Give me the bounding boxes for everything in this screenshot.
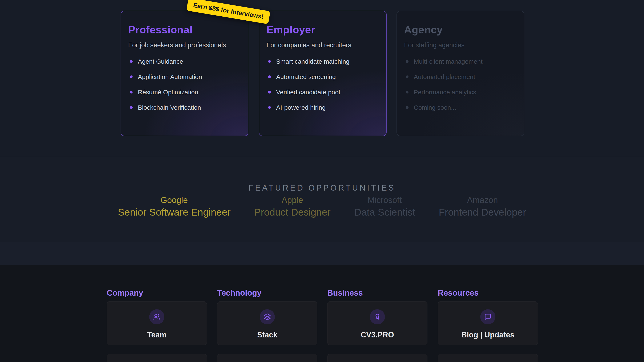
featured-jobs-carousel: Google Senior Software Engineer Apple Pr… [0,195,644,218]
footer-heading-resources: Resources [438,288,478,298]
footer-heading-company: Company [107,288,143,298]
footer-card-team[interactable]: Team [107,301,207,345]
plan-feature: Multi-client management [404,58,517,65]
plan-feature: Blockchain Verification [128,104,241,111]
plan-feature: AI-powered hiring [266,104,379,111]
footer-card-partial[interactable] [438,354,538,362]
job-item-apple[interactable]: Apple Product Designer [254,195,331,218]
job-company: Amazon [439,195,526,205]
users-icon [149,309,164,324]
footer-card-label: Team [107,331,207,339]
footer-card-label: Blog | Updates [438,331,538,339]
plan-feature-list: Agent Guidance Application Automation Ré… [128,58,241,111]
plan-feature: Performance analytics [404,89,517,95]
plan-title: Agency [404,24,517,36]
plan-feature-list: Multi-client management Automated placem… [404,58,517,111]
message-icon [480,309,496,324]
footer-card-partial[interactable] [327,354,428,362]
plan-feature: Agent Guidance [128,58,241,65]
plan-feature: Automated screening [266,74,379,80]
job-role: Product Designer [254,206,331,218]
job-company: Microsoft [354,195,415,205]
footer-section [0,265,644,362]
plan-card-employer[interactable]: Employer For companies and recruiters Sm… [259,11,386,136]
plan-description: For staffing agencies [404,41,517,49]
job-company: Google [118,195,231,205]
plan-description: For companies and recruiters [266,41,379,49]
plan-title: Employer [266,24,379,36]
plan-card-professional[interactable]: Professional For job seekers and profess… [120,11,248,136]
job-item-google[interactable]: Google Senior Software Engineer [118,195,231,218]
plan-feature-list: Smart candidate matching Automated scree… [266,58,379,111]
footer-heading-business: Business [327,288,363,298]
plan-description: For job seekers and professionals [128,41,241,49]
job-company: Apple [254,195,331,205]
footer-heading-technology: Technology [217,288,262,298]
spacer-strip [0,242,644,265]
footer-card-blog[interactable]: Blog | Updates [438,301,538,345]
footer-card-partial[interactable] [217,354,317,362]
footer-card-stack[interactable]: Stack [217,301,317,345]
plan-feature: Coming soon... [404,104,517,111]
plan-feature: Application Automation [128,74,241,80]
plan-card-agency: Agency For staffing agencies Multi-clien… [396,11,524,136]
footer-card-label: CV3.PRO [328,331,427,339]
footer-card-partial[interactable] [107,354,207,362]
plan-feature: Résumé Optimization [128,89,241,95]
job-item-microsoft[interactable]: Microsoft Data Scientist [354,195,415,218]
plan-title: Professional [128,24,241,36]
layers-icon [260,309,275,324]
featured-opportunities-heading: FEATURED OPPORTUNITIES [0,183,644,192]
plan-feature: Verified candidate pool [266,89,379,95]
job-role: Senior Software Engineer [118,206,231,218]
job-item-amazon[interactable]: Amazon Frontend Developer [439,195,526,218]
job-role: Frontend Developer [439,206,526,218]
job-role: Data Scientist [354,206,415,218]
footer-card-cv3pro[interactable]: CV3.PRO [327,301,428,345]
landing-page: Professional For job seekers and profess… [0,0,644,362]
footer-card-label: Stack [218,331,317,339]
plan-feature: Smart candidate matching [266,58,379,65]
award-icon [370,309,385,324]
plan-feature: Automated placement [404,74,517,80]
